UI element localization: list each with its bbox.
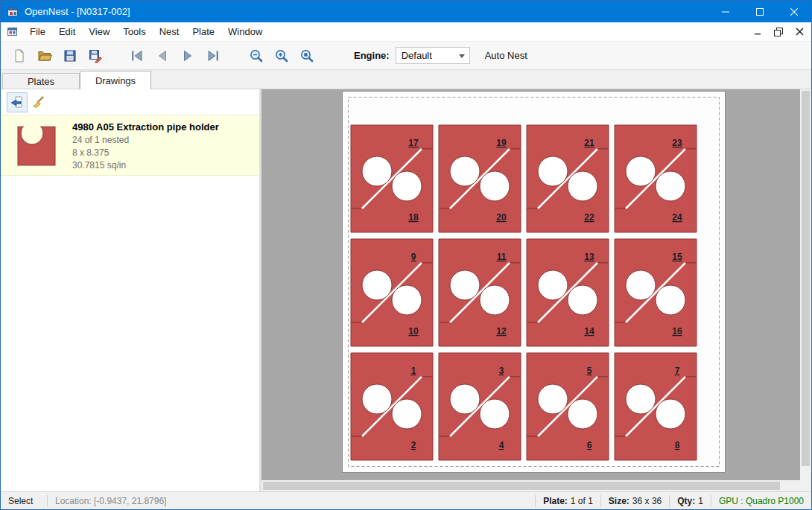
engine-selected-value: Default [402, 50, 432, 61]
menu-view[interactable]: View [82, 23, 116, 40]
open-file-button[interactable] [32, 44, 57, 68]
part-number-top[interactable]: 9 [411, 252, 416, 262]
status-plate-label: Plate: [543, 496, 568, 506]
pipe-hole-bottom [392, 399, 422, 429]
part-number-top[interactable]: 23 [672, 138, 682, 148]
menu-tools[interactable]: Tools [116, 23, 152, 40]
part-number-top[interactable]: 7 [675, 366, 680, 376]
part-number-bottom[interactable]: 14 [584, 326, 594, 337]
maximize-button[interactable] [743, 1, 777, 22]
drawing-area: 30.7815 sq/in [72, 160, 219, 170]
zoom-out-button[interactable] [244, 44, 269, 68]
part-number-bottom[interactable]: 12 [496, 326, 507, 337]
go-first-button[interactable] [124, 44, 150, 68]
go-last-button[interactable] [200, 44, 226, 68]
app-window: OpenNest - [N0317-002] File Edit View To… [0, 0, 812, 510]
tab-plates[interactable]: Plates [2, 73, 80, 89]
drawing-list-item[interactable]: 4980 A05 Extraction pipe holder 24 of 1 … [1, 115, 259, 176]
mdi-restore-icon [774, 28, 783, 36]
save-edit-button[interactable] [83, 44, 108, 68]
clean-button[interactable] [28, 92, 48, 112]
part-number-bottom[interactable]: 8 [675, 440, 680, 450]
mdi-close-button[interactable] [790, 25, 808, 39]
part-number-top[interactable]: 21 [584, 138, 594, 148]
pipe-hole-bottom [568, 171, 597, 201]
nest-pair[interactable]: 1314 [527, 239, 609, 346]
drawings-panel-toolbar [1, 89, 259, 115]
zoom-fit-button[interactable] [294, 44, 320, 68]
auto-nest-label[interactable]: Auto Nest [485, 50, 527, 61]
mdi-minimize-button[interactable] [749, 25, 767, 39]
part-number-bottom[interactable]: 10 [408, 326, 419, 337]
drawing-item-text: 4980 A05 Extraction pipe holder 24 of 1 … [72, 115, 219, 175]
part-number-bottom[interactable]: 2 [411, 440, 416, 450]
part-number-top[interactable]: 15 [672, 252, 682, 262]
part-number-bottom[interactable]: 4 [499, 440, 504, 450]
new-file-button[interactable] [7, 44, 32, 68]
engine-select[interactable]: Default [396, 47, 470, 64]
pipe-hole-bottom [656, 399, 685, 429]
main-toolbar: Engine: Default Auto Nest [1, 42, 811, 70]
nest-canvas[interactable]: 171819202122232491011121314151612345678 [261, 89, 811, 491]
part-number-bottom[interactable]: 20 [496, 212, 507, 223]
nest-pair[interactable]: 34 [439, 353, 521, 460]
pipe-hole-top [538, 270, 568, 300]
return-part-button[interactable] [7, 92, 28, 112]
pipe-hole-top [626, 156, 656, 186]
part-number-top[interactable]: 11 [497, 252, 507, 262]
menu-nest[interactable]: Nest [153, 23, 186, 40]
part-number-top[interactable]: 3 [499, 366, 504, 376]
status-size: Size:36 x 36 [601, 496, 669, 506]
part-number-bottom[interactable]: 22 [584, 212, 594, 223]
nest-pair[interactable]: 2122 [527, 125, 609, 232]
go-next-button[interactable] [175, 44, 200, 68]
pipe-hole-top [626, 270, 656, 300]
part-number-top[interactable]: 19 [496, 138, 507, 148]
part-number-top[interactable]: 17 [408, 138, 419, 148]
part-number-top[interactable]: 1 [411, 366, 416, 376]
pipe-hole-top [626, 384, 656, 414]
minimize-button[interactable] [708, 1, 743, 22]
mdi-restore-button[interactable] [770, 25, 787, 39]
new-file-icon [12, 48, 27, 63]
pipe-hole-top [538, 156, 568, 186]
nest-pair[interactable]: 12 [351, 353, 433, 460]
zoom-out-icon [249, 48, 264, 63]
save-button[interactable] [57, 44, 83, 68]
close-button[interactable] [777, 1, 811, 22]
zoom-fit-icon [299, 48, 314, 63]
vertical-scrollbar-thumb[interactable] [802, 91, 810, 466]
nest-pair[interactable]: 1920 [439, 125, 521, 232]
nest-pair[interactable]: 910 [351, 239, 433, 346]
part-number-bottom[interactable]: 18 [408, 212, 419, 223]
plate-sheet[interactable]: 171819202122232491011121314151612345678 [342, 91, 726, 473]
nest-pair[interactable]: 1516 [615, 239, 697, 346]
nest-svg[interactable]: 171819202122232491011121314151612345678 [342, 91, 726, 473]
menu-edit[interactable]: Edit [52, 23, 82, 40]
status-size-value: 36 x 36 [632, 496, 662, 506]
pipe-hole-top [362, 270, 392, 300]
nest-pair[interactable]: 78 [615, 353, 697, 460]
open-file-icon [37, 48, 52, 63]
part-number-bottom[interactable]: 16 [672, 326, 682, 337]
zoom-in-button[interactable] [269, 44, 294, 68]
part-number-top[interactable]: 5 [587, 366, 592, 376]
nest-pair[interactable]: 1718 [351, 125, 433, 232]
part-number-bottom[interactable]: 6 [587, 440, 592, 450]
part-number-top[interactable]: 13 [584, 252, 594, 262]
status-mode: Select [1, 496, 47, 506]
horizontal-scrollbar[interactable] [261, 480, 800, 491]
tab-drawings[interactable]: Drawings [80, 71, 151, 89]
menu-file[interactable]: File [23, 23, 52, 40]
menu-plate[interactable]: Plate [185, 23, 221, 40]
horizontal-scrollbar-thumb[interactable] [263, 482, 780, 490]
nest-pair[interactable]: 56 [527, 353, 609, 460]
vertical-scrollbar[interactable] [800, 89, 811, 480]
menu-window[interactable]: Window [221, 23, 269, 40]
pipe-hole-top [450, 156, 480, 186]
nest-pair[interactable]: 2324 [615, 125, 697, 232]
nest-pair[interactable]: 1112 [439, 239, 521, 346]
go-previous-button[interactable] [150, 44, 175, 68]
part-number-bottom[interactable]: 24 [672, 212, 682, 223]
panel-tabstrip: Plates Drawings [1, 70, 811, 89]
